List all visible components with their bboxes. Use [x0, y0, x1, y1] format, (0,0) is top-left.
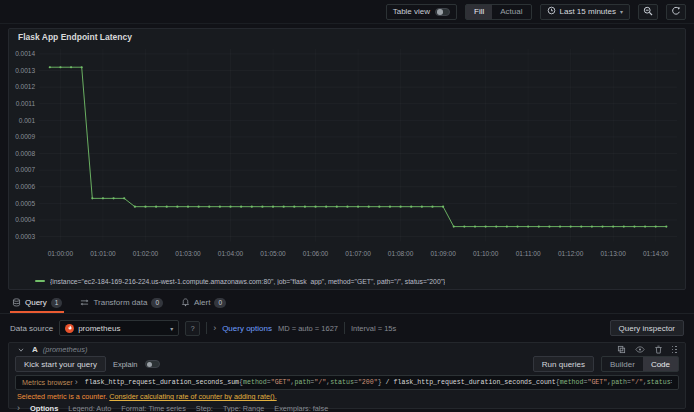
tab-transform-data[interactable]: Transform data 0: [78, 294, 165, 313]
tab-query-count: 1: [51, 298, 63, 308]
query-toolbar: Kick start your query Explain Run querie…: [9, 354, 685, 374]
chart-legend: {instance="ec2-184-169-216-224.us-west-1…: [9, 276, 685, 289]
builder-mode-button[interactable]: Builder: [602, 357, 643, 371]
promql-editor[interactable]: Metrics browser › flask_http_request_dur…: [15, 375, 679, 390]
clock-icon: [547, 6, 556, 17]
caret-down-icon: ▾: [620, 8, 623, 15]
query-refid: A: [32, 345, 38, 354]
svg-text:0.0012: 0.0012: [15, 83, 35, 90]
tab-transform-label: Transform data: [93, 298, 147, 307]
option-item: Exemplars: false: [274, 404, 328, 412]
option-item: Format: Time series: [121, 404, 185, 412]
editor-toolbar: Table view Fill Actual Last 15 minutes ▾: [0, 0, 694, 24]
svg-text:01:01:00: 01:01:00: [90, 250, 116, 257]
tab-transform-count: 0: [151, 298, 163, 308]
refresh-button[interactable]: [666, 4, 686, 20]
drag-handle[interactable]: [670, 346, 680, 354]
transform-icon: [80, 298, 89, 307]
svg-text:0.0006: 0.0006: [15, 183, 35, 190]
warning-text: Selected metric is a counter.: [17, 392, 107, 401]
svg-text:01:06:00: 01:06:00: [303, 250, 329, 257]
metrics-browser-label: Metrics browser: [22, 378, 73, 387]
svg-text:01:00:00: 01:00:00: [48, 250, 74, 257]
svg-text:01:07:00: 01:07:00: [345, 250, 371, 257]
counter-warning: Selected metric is a counter. Consider c…: [9, 391, 685, 402]
datasource-picker[interactable]: prometheus ▾: [59, 320, 179, 336]
datasource-row: Data source prometheus ▾ ? › Query optio…: [0, 318, 694, 338]
zoom-out-icon: [643, 6, 653, 18]
svg-text:01:08:00: 01:08:00: [388, 250, 414, 257]
svg-text:01:09:00: 01:09:00: [430, 250, 456, 257]
tab-alert-count: 0: [214, 298, 226, 308]
table-view-control: Table view: [386, 4, 457, 20]
refresh-icon: [671, 6, 681, 18]
kick-start-query-button[interactable]: Kick start your query: [15, 356, 106, 372]
svg-text:0.0009: 0.0009: [15, 133, 35, 140]
promql-query[interactable]: flask_http_request_duration_seconds_sum{…: [85, 379, 672, 386]
svg-text:01:11:00: 01:11:00: [516, 250, 541, 257]
option-item: Type: Range: [223, 404, 264, 412]
explain-toggle[interactable]: [145, 360, 160, 368]
tab-query[interactable]: Query 1: [10, 294, 64, 313]
svg-text:0.0003: 0.0003: [15, 233, 35, 240]
duplicate-query-button[interactable]: [615, 345, 628, 354]
fill-button[interactable]: Fill: [466, 5, 492, 19]
svg-text:01:03:00: 01:03:00: [175, 250, 201, 257]
max-data-points-summary: MD = auto = 1627: [278, 324, 338, 333]
bell-icon: [181, 298, 190, 307]
legend-series-swatch: [35, 280, 45, 282]
options-toggle[interactable]: Options: [30, 404, 58, 412]
time-range-picker[interactable]: Last 15 minutes ▾: [540, 4, 631, 20]
chevron-right-icon: ›: [75, 377, 78, 387]
latency-panel: Flask App Endpoint Latency 0.00030.00040…: [8, 28, 686, 290]
time-range-label: Last 15 minutes: [560, 7, 616, 16]
table-view-toggle[interactable]: [435, 8, 450, 16]
svg-text:0.0014: 0.0014: [15, 50, 35, 57]
svg-text:01:10:00: 01:10:00: [473, 250, 499, 257]
svg-text:01:14:00: 01:14:00: [643, 250, 669, 257]
query-datasource-hint: (prometheus): [43, 345, 88, 354]
remove-query-trash-button[interactable]: [652, 345, 665, 354]
builder-code-group: Builder Code: [601, 356, 679, 372]
run-queries-button[interactable]: Run queries: [533, 356, 594, 372]
metrics-browser-toggle[interactable]: Metrics browser ›: [22, 378, 78, 387]
svg-text:01:02:00: 01:02:00: [133, 250, 159, 257]
query-options-toggle[interactable]: Query options: [222, 324, 272, 333]
code-mode-button[interactable]: Code: [643, 357, 678, 371]
svg-text:01:12:00: 01:12:00: [558, 250, 584, 257]
actual-button[interactable]: Actual: [492, 5, 530, 19]
svg-text:0.0005: 0.0005: [15, 199, 35, 206]
fill-actual-group: Fill Actual: [465, 4, 531, 20]
svg-text:0.0011: 0.0011: [16, 100, 36, 107]
interval-summary: Interval = 15s: [351, 324, 396, 333]
caret-down-icon: ▾: [170, 325, 173, 332]
option-item: Step:: [196, 404, 213, 412]
options-summary: Legend: AutoFormat: Time seriesStep:Type…: [68, 404, 328, 412]
tab-query-label: Query: [25, 298, 47, 307]
svg-text:0.0007: 0.0007: [15, 166, 35, 173]
svg-text:01:13:00: 01:13:00: [600, 250, 626, 257]
collapse-chevron-icon[interactable]: [15, 346, 27, 354]
chevron-right-icon[interactable]: ›: [17, 404, 20, 412]
query-editor-card: A (prometheus) Kick start your query Exp…: [8, 342, 686, 409]
svg-text:0.0013: 0.0013: [15, 67, 35, 74]
datasource-label: Data source: [10, 324, 53, 333]
zoom-out-button[interactable]: [638, 4, 658, 20]
hide-response-eye-button[interactable]: [633, 345, 647, 354]
add-rate-link[interactable]: Consider calculating rate of counter by …: [109, 392, 276, 401]
divider: [344, 322, 345, 334]
query-row-header: A (prometheus): [9, 343, 685, 354]
datasource-help-button[interactable]: ?: [185, 321, 200, 336]
editor-tabs: Query 1 Transform data 0 Alert 0: [0, 294, 694, 314]
tab-alert[interactable]: Alert 0: [179, 294, 228, 313]
svg-text:01:04:00: 01:04:00: [218, 250, 244, 257]
prometheus-icon: [65, 324, 74, 333]
svg-text:0.0008: 0.0008: [15, 150, 35, 157]
option-item: Legend: Auto: [68, 404, 111, 412]
panel-title: Flask App Endpoint Latency: [9, 29, 685, 43]
latency-chart[interactable]: 0.00030.00040.00050.00060.00070.00080.00…: [9, 43, 685, 276]
legend-series-label[interactable]: {instance="ec2-184-169-216-224.us-west-1…: [50, 278, 445, 285]
query-options-footer: › Options Legend: AutoFormat: Time serie…: [9, 402, 685, 412]
database-icon: [12, 298, 21, 307]
query-inspector-button[interactable]: Query inspector: [610, 320, 684, 336]
